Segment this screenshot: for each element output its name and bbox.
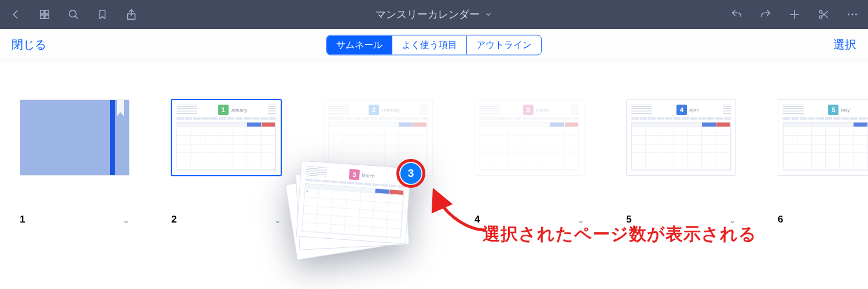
document-title-text: マンスリーカレンダー [376, 8, 480, 21]
close-button[interactable]: 閉じる [12, 37, 46, 53]
page-number-row: 1 ⌄ [20, 214, 130, 225]
calendar-preview: 1January [176, 105, 276, 171]
page-thumbnail[interactable]: 2February [323, 99, 433, 176]
bookmark-icon[interactable] [95, 7, 110, 22]
page-number: 4 [475, 214, 480, 225]
page-number: 2 [171, 214, 176, 225]
back-icon[interactable] [8, 7, 23, 22]
svg-line-5 [75, 16, 78, 18]
chevron-down-icon [484, 10, 492, 18]
page-thumbnail[interactable]: 5May [778, 99, 868, 176]
app-topbar: マンスリーカレンダー [0, 0, 868, 29]
add-icon[interactable] [787, 7, 802, 22]
page-cell: 4April 5 ⌄ [626, 99, 736, 225]
svg-point-15 [855, 14, 857, 16]
tab-favorites[interactable]: よく使う項目 [392, 35, 466, 54]
page-cell: 1 ⌄ [20, 99, 130, 225]
annotation-text: 選択されたページ数が表示される [483, 223, 757, 246]
page-cell: 1January 2 ⌄ [171, 99, 281, 225]
redo-icon[interactable] [758, 7, 773, 22]
document-title[interactable]: マンスリーカレンダー [376, 8, 492, 21]
grid-icon[interactable] [37, 7, 52, 22]
svg-rect-2 [41, 15, 44, 18]
svg-point-14 [852, 14, 854, 16]
page-number: 1 [20, 214, 25, 225]
page-thumbnail-cover[interactable] [20, 99, 130, 176]
search-icon[interactable] [66, 7, 81, 22]
chevron-down-icon[interactable]: ⌄ [274, 214, 281, 225]
calendar-preview: 5May [783, 105, 868, 171]
chevron-down-icon[interactable]: ⌄ [122, 214, 130, 225]
svg-rect-1 [45, 10, 49, 14]
share-icon[interactable] [124, 7, 139, 22]
page-cell: 3March 4 ⌄ [475, 99, 584, 225]
page-cell: 2February [323, 99, 433, 225]
cover-ribbon [117, 100, 124, 116]
more-icon[interactable] [845, 7, 860, 22]
topbar-left-group [8, 7, 139, 22]
svg-point-13 [848, 14, 849, 16]
svg-rect-3 [45, 15, 49, 18]
tab-thumbnails[interactable]: サムネール [327, 35, 392, 54]
svg-rect-0 [41, 10, 44, 14]
page-thumbnail[interactable]: 4April [626, 99, 736, 176]
cover-spine [110, 100, 115, 175]
tab-outline[interactable]: アウトライン [466, 35, 541, 54]
topbar-right-group [729, 7, 860, 22]
calendar-preview: 4April [631, 105, 731, 171]
page-thumbnail[interactable]: 3March [475, 99, 584, 176]
thumbnail-strip: 1 ⌄ 1January 2 ⌄ 2February [0, 61, 868, 225]
calendar-preview: 2February [328, 105, 428, 171]
view-mode-segmented: サムネール よく使う項目 アウトライン [326, 35, 542, 55]
page-number-row: 2 ⌄ [171, 214, 281, 225]
select-button[interactable]: 選択 [833, 37, 856, 53]
page-thumbnail[interactable]: 1January [171, 99, 281, 176]
page-number-row: 6 ⌄ [778, 214, 868, 225]
undo-icon[interactable] [729, 7, 744, 22]
page-cell: 5May 6 ⌄ [778, 99, 868, 225]
page-number: 6 [778, 214, 783, 225]
calendar-preview: 3March [480, 105, 579, 171]
scissors-icon[interactable] [816, 7, 831, 22]
thumbnail-toolbar: 閉じる サムネール よく使う項目 アウトライン 選択 [0, 29, 868, 61]
